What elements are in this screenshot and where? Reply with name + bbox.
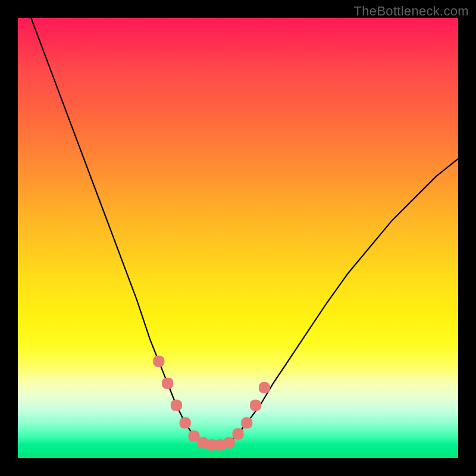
- curve-marker: [233, 428, 243, 439]
- chart-container: TheBottleneck.com: [0, 0, 476, 476]
- watermark-text: TheBottleneck.com: [354, 4, 469, 19]
- curve-marker: [171, 400, 181, 411]
- curve-marker: [259, 383, 270, 393]
- curve-marker: [250, 400, 261, 411]
- curve-marker: [154, 356, 164, 367]
- marker-group: [154, 356, 270, 450]
- bottleneck-curve: [31, 18, 458, 445]
- curve-svg: [18, 18, 458, 458]
- curve-marker: [162, 378, 173, 389]
- curve-marker: [180, 418, 190, 428]
- plot-area: [18, 18, 458, 458]
- curve-marker: [242, 418, 252, 428]
- curve-marker: [224, 437, 234, 448]
